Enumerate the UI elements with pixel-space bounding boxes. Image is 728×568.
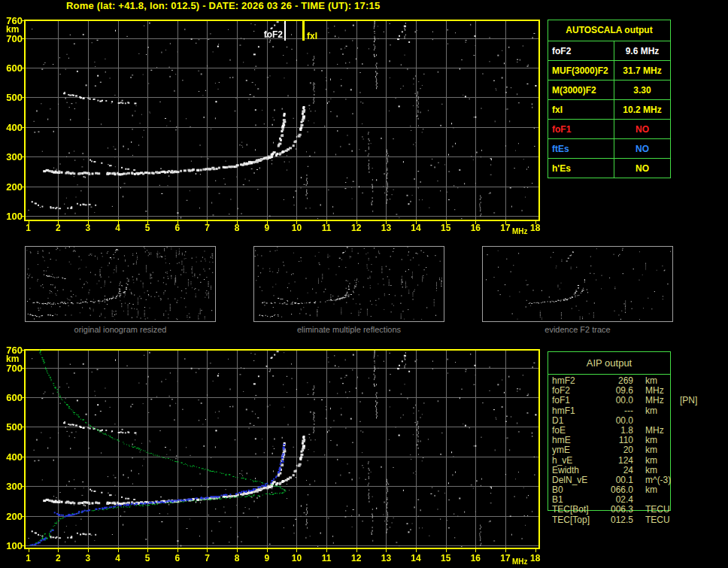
aip-unit: km: [645, 466, 678, 475]
aip-unit: km: [645, 456, 678, 466]
aip-value: 124: [600, 456, 633, 466]
row-value: 31.7 MHz: [614, 65, 670, 76]
fof2-marker-label: foF2: [254, 29, 283, 40]
autoscala-screen: { "title": "Rome (lat: +41.8, lon: 012.5…: [0, 0, 728, 568]
x-axis-unit: MHz: [512, 557, 528, 566]
aip-table-rows: hmF2269kmfoF209.6MHzfoF100.0MHz[PN]hmF1-…: [552, 376, 725, 525]
x-tick-label: 9: [259, 223, 275, 233]
row-label: M(3000)F2: [548, 80, 614, 99]
y-tick-label: 400: [2, 451, 23, 463]
aip-label: D1: [552, 416, 600, 426]
x-tick-label: 17: [497, 223, 514, 233]
x-tick-label: 10: [288, 553, 305, 563]
row-value: NO: [614, 163, 670, 174]
table-row-m3000f2: M(3000)F2 3.30: [548, 80, 670, 100]
aip-unit: MHz: [645, 396, 678, 405]
table-row-hpes: h'Es NO: [548, 159, 670, 178]
table-row-ftes: ftEs NO: [548, 139, 670, 159]
aip-value: 24: [600, 466, 633, 475]
x-tick-label: 11: [318, 553, 335, 563]
thumbnail-caption: eliminate multiple reflections: [253, 325, 444, 334]
x-tick-label: 11: [318, 223, 335, 233]
x-tick-label: 16: [467, 223, 484, 233]
x-tick-label: 9: [259, 553, 275, 563]
aip-row-fof1: foF100.0MHz[PN]: [552, 396, 725, 405]
x-tick-label: 3: [80, 553, 96, 563]
y-tick-label: 600: [2, 62, 23, 74]
table-row-fof2: foF2 9.6 MHz: [548, 41, 670, 61]
y-tick-label: 500: [2, 421, 23, 433]
aip-label: foF1: [552, 396, 600, 405]
fxi-marker-line: [302, 21, 305, 41]
fof2-marker-line: [284, 21, 286, 41]
x-tick-label: 1: [20, 223, 37, 233]
aip-row-deln-ve: DelN_vE00.1m^(-3): [552, 475, 725, 485]
y-tick-label: 300: [2, 151, 23, 163]
y-tick-label: 100: [2, 540, 23, 551]
x-axis-unit: MHz: [512, 227, 528, 235]
fxi-marker-label: fxI: [307, 31, 317, 41]
aip-value: 20: [600, 445, 633, 455]
x-tick-label: 5: [139, 553, 156, 563]
row-label: MUF(3000)F2: [548, 61, 614, 80]
row-value: 3.30: [614, 85, 670, 96]
y-tick-label: 300: [2, 481, 23, 492]
aip-unit: TECU: [645, 505, 678, 515]
y-axis-unit: km: [6, 354, 19, 364]
top-ionogram-plot: [22, 17, 542, 226]
row-value: NO: [614, 144, 670, 154]
aip-extra: [PN]: [680, 396, 697, 405]
aip-row-tec-top-: TEC[Top]012.5TECU: [552, 515, 725, 525]
aip-row-foe: foE1.8MHz: [552, 426, 725, 436]
aip-table-header: AIP output: [548, 352, 670, 375]
x-tick-label: 4: [110, 223, 126, 233]
y-tick-label: 100: [2, 211, 23, 222]
x-tick-label: 6: [169, 223, 186, 233]
x-tick-label: 10: [288, 223, 305, 233]
thumbnail-caption: original ionogram resized: [25, 325, 216, 334]
aip-row-h-ve: h_vE124km: [552, 456, 725, 466]
x-tick-label: 6: [169, 553, 186, 563]
aip-row-yme: ymE20km: [552, 445, 725, 455]
thumbnail-evidence-f2: [482, 246, 673, 322]
aip-label: hmF1: [552, 406, 600, 416]
aip-label: ymE: [552, 445, 600, 455]
bottom-profile-plot: [22, 347, 542, 555]
table-row-muf3000f2: MUF(3000)F2 31.7 MHz: [548, 61, 670, 80]
x-tick-label: 15: [438, 553, 454, 563]
aip-value: 012.5: [600, 515, 633, 525]
x-tick-label: 5: [139, 223, 156, 233]
aip-row-b0: B0066.0km: [552, 485, 725, 495]
x-tick-label: 2: [50, 223, 66, 233]
x-tick-label: 16: [467, 553, 484, 563]
aip-row-tec-bot-: TEC[Bot]006.3TECU: [552, 505, 725, 515]
y-tick-label: 500: [2, 92, 23, 103]
x-tick-label: 18: [527, 553, 544, 563]
thumbnail-original-ionogram: [25, 246, 216, 322]
aip-row-fof2: foF209.6MHz: [552, 386, 725, 396]
x-tick-label: 14: [408, 223, 424, 233]
y-tick-label: 400: [2, 122, 23, 133]
row-label: foF1: [548, 120, 614, 138]
x-tick-label: 1: [20, 553, 37, 563]
y-tick-label: 200: [2, 511, 23, 522]
row-label: ftEs: [548, 139, 614, 158]
y-tick-label: 200: [2, 181, 23, 193]
x-tick-label: 13: [378, 553, 394, 563]
y-tick-label: 600: [2, 392, 23, 403]
x-tick-label: 8: [229, 223, 245, 233]
row-label: foF2: [548, 41, 614, 60]
x-tick-label: 15: [438, 223, 454, 233]
x-tick-label: 12: [348, 553, 365, 563]
aip-unit: [645, 416, 678, 426]
aip-label: TEC[Bot]: [552, 505, 600, 515]
autoscala-table-header: AUTOSCALA output: [548, 20, 670, 41]
x-tick-label: 7: [199, 553, 216, 563]
x-tick-label: 14: [408, 553, 424, 563]
aip-value: ---: [600, 406, 633, 416]
aip-row-hmf2: hmF2269km: [552, 376, 725, 386]
row-label: fxI: [548, 100, 614, 119]
table-row-fof1: foF1 NO: [548, 120, 670, 139]
row-label: h'Es: [548, 159, 614, 178]
row-value: 10.2 MHz: [614, 105, 670, 115]
